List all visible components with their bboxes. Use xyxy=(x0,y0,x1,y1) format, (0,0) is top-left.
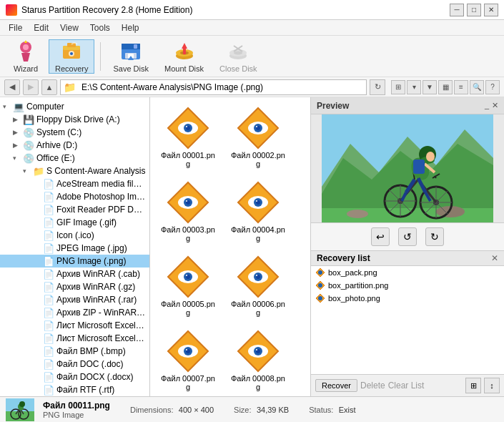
view-grid-btn[interactable]: ▦ xyxy=(438,80,453,94)
forward-button[interactable]: ▶ xyxy=(23,79,39,95)
recovery-button[interactable]: Recovery xyxy=(49,39,94,74)
file-item-00004[interactable]: Файл 00004.png xyxy=(226,177,290,246)
tree-rar[interactable]: 📄 Архив WinRAR (.rar) xyxy=(0,293,149,306)
close-button[interactable]: ✕ xyxy=(484,4,498,16)
file-item-00005[interactable]: Файл 00005.png xyxy=(156,252,220,320)
preview-rotate-right-btn[interactable]: ↻ xyxy=(425,227,444,246)
address-input[interactable] xyxy=(79,80,363,94)
file-item-00008[interactable]: Файл 00008.png xyxy=(226,326,290,395)
file-item-00006[interactable]: Файл 00006.png xyxy=(226,252,290,320)
recovery-label: Recovery xyxy=(55,64,88,73)
up-button[interactable]: ▲ xyxy=(41,79,57,95)
tree-jpeg[interactable]: 📄 JPEG Image (.jpg) xyxy=(0,242,149,255)
tree-docx[interactable]: 📄 Файл DOCX (.docx) xyxy=(0,371,149,383)
refresh-button[interactable]: ↻ xyxy=(370,79,385,95)
preview-refresh-btn[interactable]: ↺ xyxy=(398,227,417,246)
menu-file[interactable]: File xyxy=(3,21,28,34)
status-dimensions-group: Dimensions: 400 × 400 xyxy=(130,405,214,415)
filegrid-container: Файл 00001.png Файл 00002.png xyxy=(150,97,311,396)
minimize-button[interactable]: ─ xyxy=(450,4,464,16)
svg-point-2 xyxy=(23,44,29,50)
file-label-00007: Файл 00007.png xyxy=(159,374,217,391)
file-item-00003[interactable]: Файл 00003.png xyxy=(156,177,220,246)
back-button[interactable]: ◀ xyxy=(4,79,20,95)
savedisk-label: Save Disk xyxy=(113,64,149,73)
status-info: Файл 00011.png PNG Image xyxy=(43,401,110,419)
status-size-group: Size: 34,39 KB xyxy=(234,405,289,415)
recovery-item-icon-2 xyxy=(315,280,325,290)
dimensions-label: Dimensions: xyxy=(130,406,174,414)
file-item-00002[interactable]: Файл 00002.png xyxy=(226,103,290,172)
tree-office-e[interactable]: ▾ 💿 Office (E:) xyxy=(0,152,149,165)
recovery-icon xyxy=(60,40,83,63)
help-btn[interactable]: ? xyxy=(485,80,500,94)
file-item-00001[interactable]: Файл 00001.png xyxy=(156,103,220,172)
tree-system-c[interactable]: ▶ 💿 System (C:) xyxy=(0,126,149,139)
maximize-button[interactable]: □ xyxy=(467,4,481,16)
tree-xls[interactable]: 📄 Лист Microsoft Excel 97-20 xyxy=(0,332,149,345)
filter-btn[interactable]: ▼ xyxy=(423,80,437,94)
preview-title: Preview xyxy=(317,101,349,111)
tree-ico[interactable]: 📄 Icon (.ico) xyxy=(0,229,149,242)
recovery-list-close-btn[interactable]: ✕ xyxy=(491,253,498,263)
tree-png[interactable]: 📄 PNG Image (.png) xyxy=(0,255,149,268)
savedisk-icon xyxy=(119,40,142,63)
svg-point-50 xyxy=(186,275,187,276)
menu-tools[interactable]: Tools xyxy=(84,21,116,34)
png-file-icon-6 xyxy=(237,255,280,298)
recovery-list-header: Recovery list ✕ xyxy=(311,251,504,266)
recovery-item-box-photo[interactable]: box_photo.png xyxy=(311,292,504,305)
mountdisk-button[interactable]: Mount Disk xyxy=(158,39,210,74)
tree-foxit[interactable]: 📄 Foxit Reader PDF Documer xyxy=(0,203,149,216)
tree-content-aware[interactable]: ▾ 📁 S Content-Aware Analysis xyxy=(0,165,149,177)
tree-archive-d[interactable]: ▶ 💿 Arhive (D:) xyxy=(0,139,149,152)
view-btn-1[interactable]: ⊞ xyxy=(391,80,405,94)
recover-button[interactable]: Recover xyxy=(315,379,357,392)
png-file-icon-4 xyxy=(237,181,280,224)
search-btn[interactable]: 🔍 xyxy=(470,80,484,94)
sort-btn-1[interactable]: ⊞ xyxy=(465,378,481,393)
tree-floppy[interactable]: ▶ 💾 Floppy Disk Drive (A:) xyxy=(0,113,149,126)
bike-preview-svg xyxy=(322,114,493,223)
file-item-00007[interactable]: Файл 00007.png xyxy=(156,326,220,395)
wizard-button[interactable]: Wizard xyxy=(6,39,46,74)
svg-rect-12 xyxy=(134,44,137,49)
menu-edit[interactable]: Edit xyxy=(28,21,54,34)
status-label: Status: xyxy=(309,406,333,414)
preview-rotate-left-btn[interactable]: ↩ xyxy=(371,227,390,246)
svg-marker-4 xyxy=(24,40,27,43)
tree-gz[interactable]: 📄 Архив WinRAR (.gz) xyxy=(0,280,149,293)
tree-acestream[interactable]: 📄 AceStream media file (.mp xyxy=(0,177,149,190)
file-label-00005: Файл 00005.png xyxy=(159,300,217,317)
tree-rtf[interactable]: 📄 Файл RTF (.rtf) xyxy=(0,383,149,396)
closedisk-button[interactable]: Close Disk xyxy=(213,39,264,74)
tree-zip[interactable]: 📄 Архив ZIP - WinRAR (.zip) xyxy=(0,306,149,319)
tree-cab[interactable]: 📄 Архив WinRAR (.cab) xyxy=(0,268,149,280)
tree-bmp[interactable]: 📄 Файл BMP (.bmp) xyxy=(0,345,149,358)
preview-panel: Preview _ ✕ xyxy=(311,97,504,396)
titlebar-title: Starus Partition Recovery 2.8 (Home Edit… xyxy=(21,5,192,15)
closedisk-label: Close Disk xyxy=(219,64,257,73)
recovery-item-box-pack[interactable]: box_pack.png xyxy=(311,266,504,279)
recovery-list: box_pack.png box_partition.png box_photo… xyxy=(311,266,504,374)
preview-header: Preview _ ✕ xyxy=(311,97,504,114)
png-file-icon-2 xyxy=(237,107,280,149)
recovery-item-box-partition[interactable]: box_partition.png xyxy=(311,279,504,292)
svg-point-35 xyxy=(256,126,257,127)
view-dropdown[interactable]: ▾ xyxy=(407,80,421,94)
tree-photoshop[interactable]: 📄 Adobe Photoshop Image.1 xyxy=(0,190,149,203)
tree-gif[interactable]: 📄 GIF Image (.gif) xyxy=(0,216,149,229)
savedisk-button[interactable]: Save Disk xyxy=(107,39,155,74)
menu-view[interactable]: View xyxy=(54,21,84,34)
status-thumbnail xyxy=(6,398,34,421)
tree-doc[interactable]: 📄 Файл DOC (.doc) xyxy=(0,358,149,371)
sort-btn-2[interactable]: ↕ xyxy=(484,378,500,393)
view-list-btn[interactable]: ≡ xyxy=(454,80,468,94)
preview-minimize-btn[interactable]: _ xyxy=(485,101,489,110)
preview-image xyxy=(311,114,504,223)
tree-xlsx[interactable]: 📄 Лист Microsoft Excel (.xlsx) xyxy=(0,319,149,332)
preview-close-btn[interactable]: ✕ xyxy=(492,101,498,110)
png-file-icon-3 xyxy=(167,181,209,224)
menu-help[interactable]: Help xyxy=(116,21,145,34)
tree-computer[interactable]: ▾ 💻 Computer xyxy=(0,100,149,113)
